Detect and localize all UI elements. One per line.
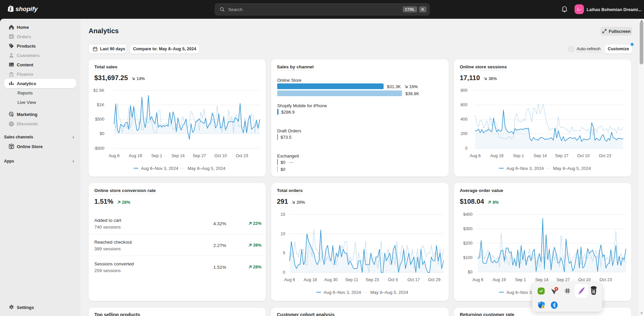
svg-text:Aug 19: Aug 19	[493, 277, 506, 282]
svg-text:Oct 17: Oct 17	[407, 277, 420, 282]
svg-text:Sep 11: Sep 11	[345, 277, 358, 282]
svg-text:5: 5	[283, 251, 285, 255]
svg-text:$300: $300	[463, 227, 473, 231]
svg-text:Sep 27: Sep 27	[193, 153, 206, 158]
svg-text:Oct 5: Oct 5	[388, 277, 398, 282]
svg-text:Oct 23: Oct 23	[599, 153, 611, 158]
svg-text:$400: $400	[463, 212, 473, 217]
svg-text:$200: $200	[463, 241, 473, 246]
svg-text:Aug 6: Aug 6	[473, 277, 484, 282]
svg-text:May 8–Aug 5, 2024: May 8–Aug 5, 2024	[370, 290, 408, 295]
svg-text:$0: $0	[100, 131, 104, 136]
svg-text:Oct 10: Oct 10	[214, 153, 227, 158]
svg-text:15: 15	[281, 212, 285, 217]
svg-text:Aug 6–Nov 3, 2024: Aug 6–Nov 3, 2024	[141, 166, 178, 171]
svg-text:Sep 14: Sep 14	[534, 153, 547, 158]
svg-text:$1.5K: $1.5K	[93, 88, 104, 93]
svg-text:Aug 30: Aug 30	[324, 277, 338, 282]
svg-text:800: 800	[460, 88, 467, 93]
svg-text:Sep 1: Sep 1	[513, 153, 524, 158]
svg-text:Aug 6–Nov 3, 2024: Aug 6–Nov 3, 2024	[506, 166, 544, 171]
svg-text:Aug 6: Aug 6	[284, 277, 295, 282]
svg-text:Sep 23: Sep 23	[366, 277, 379, 282]
svg-text:Sep 14: Sep 14	[535, 277, 549, 282]
svg-text:400: 400	[460, 117, 467, 122]
svg-text:Sep 1: Sep 1	[515, 277, 526, 282]
svg-text:0: 0	[465, 146, 467, 151]
svg-text:$500: $500	[95, 117, 104, 122]
svg-text:Oct 29: Oct 29	[428, 277, 441, 282]
svg-text:Aug 19: Aug 19	[129, 153, 142, 158]
svg-text:200: 200	[460, 131, 467, 136]
svg-text:May 8–Aug 5, 2024: May 8–Aug 5, 2024	[188, 166, 226, 171]
svg-text:Aug 6: Aug 6	[470, 153, 481, 158]
svg-text:Aug 19: Aug 19	[490, 153, 504, 158]
svg-text:-$500: -$500	[94, 146, 104, 151]
svg-text:$1K: $1K	[97, 103, 105, 107]
svg-text:Oct 10: Oct 10	[578, 277, 591, 282]
svg-text:Sep 27: Sep 27	[556, 277, 570, 282]
svg-text:$100: $100	[463, 255, 473, 260]
svg-text:Oct 23: Oct 23	[600, 277, 612, 282]
svg-text:600: 600	[460, 103, 467, 107]
svg-text:Aug 6–Nov 3, 2024: Aug 6–Nov 3, 2024	[324, 290, 361, 295]
svg-text:Aug 18: Aug 18	[304, 277, 317, 282]
svg-text:May 8–Aug 5, 2024: May 8–Aug 5, 2024	[553, 166, 591, 171]
svg-text:Oct 10: Oct 10	[577, 153, 590, 158]
svg-text:Sep 14: Sep 14	[171, 153, 185, 158]
svg-text:0: 0	[283, 270, 285, 275]
svg-text:Sep 27: Sep 27	[555, 153, 568, 158]
svg-text:Aug 6: Aug 6	[109, 153, 120, 158]
svg-text:Oct 23: Oct 23	[236, 153, 248, 158]
svg-text:Sep 1: Sep 1	[151, 153, 162, 158]
svg-text:$0: $0	[468, 270, 473, 274]
svg-text:10: 10	[281, 232, 285, 236]
